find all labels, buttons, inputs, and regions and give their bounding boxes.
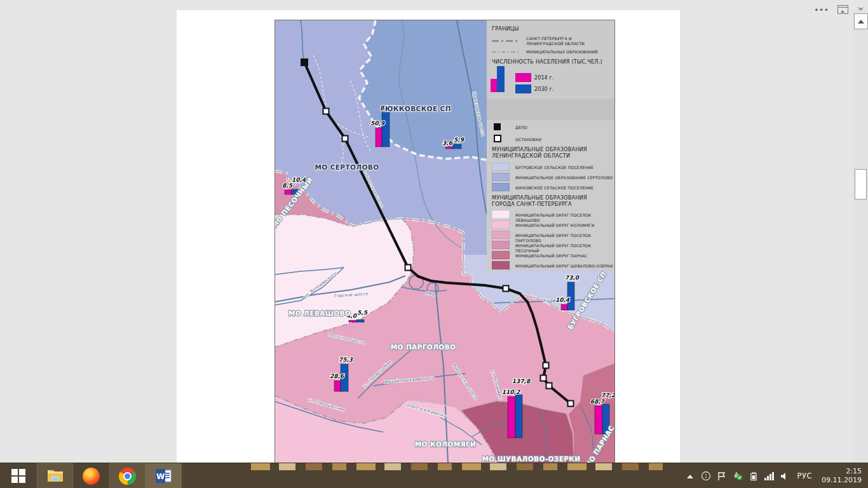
ribbon-display-icon[interactable]	[837, 5, 848, 14]
wallpaper-thumbnails	[251, 463, 670, 470]
scrollbar-up-button[interactable]	[854, 13, 868, 29]
border-style-spb-lo	[492, 40, 519, 42]
legend-item-label: МУНИЦИПАЛЬНЫЙ ОКРУГ ПОСЕЛОК ПЕСОЧНЫЙ	[515, 243, 614, 254]
stop-marker	[342, 136, 348, 142]
taskbar-firefox-button[interactable]	[73, 463, 109, 488]
taskbar-word-button[interactable]: W	[146, 463, 182, 488]
swatch-pargolovo	[492, 231, 510, 239]
stop-marker	[568, 401, 574, 407]
stop-marker	[405, 265, 411, 271]
bar-value-2014: 28,6	[330, 373, 344, 379]
volume-icon[interactable]	[780, 471, 790, 481]
language-indicator[interactable]: РУС	[797, 471, 812, 480]
file-explorer-icon	[46, 468, 64, 484]
start-button[interactable]	[0, 463, 37, 488]
windows-logo-icon	[11, 469, 25, 483]
region-label: МО ШУВАЛОВО-ОЗЕРКИ	[482, 455, 581, 463]
legend-item-label: МУНИЦИПАЛЬНЫХ ОБРАЗОВАНИЙ	[526, 50, 598, 55]
bar-value-2014: 110,2	[502, 389, 520, 395]
system-tray: РУС 2:15 09.11.2019	[685, 463, 865, 488]
word-icon: W	[156, 468, 172, 484]
more-options-icon[interactable]: •••	[814, 6, 829, 14]
desktop: ••• ✕	[0, 0, 868, 488]
stop-marker	[503, 286, 509, 292]
bar-value-2030: 73,0	[565, 274, 580, 281]
clock-date: 09.11.2019	[822, 476, 862, 485]
svg-text:W: W	[156, 472, 164, 481]
region-label: МО ЛЕВАШОВО	[288, 309, 351, 317]
taskbar-clock[interactable]: 2:15 09.11.2019	[822, 467, 862, 485]
swatch-2014	[515, 73, 531, 82]
bar-value-2030: 5,9	[454, 137, 465, 143]
legend-lo-title: МУНИЦИПАЛЬНЫЕ ОБРАЗОВАНИЯ ЛЕНИНГРАДСКОЙ …	[492, 146, 587, 159]
taskbar-chrome-button[interactable]	[109, 463, 146, 488]
legend-item-label: МУНИЦИПАЛЬНЫЙ ОКРУГ ПОСЕЛОК ЛЕВАШОВО	[515, 213, 614, 223]
bar-value-2030: 77,2	[601, 392, 614, 398]
battery-icon[interactable]	[749, 471, 759, 481]
legend-item-label: МУНИЦИПАЛЬНОЕ ОБРАЗОВАНИЕ СЕРТОЛОВО	[515, 175, 613, 180]
show-hidden-icons-button[interactable]	[685, 471, 695, 481]
legend-section-top: ГРАНИЦЫ САНКТ-ПЕТЕРБУРГА И ЛЕНИНГРАДСКОЙ…	[487, 20, 614, 99]
legend-item-label: МУНИЦИПАЛЬНЫЙ ОКРУГ ШУВАЛОВО-ОЗЕРКИ	[515, 264, 613, 269]
legend-section-main: ДЕПО ОСТАНОВКИ МУНИЦИПАЛЬНЫЕ ОБРАЗОВАНИЯ…	[487, 120, 614, 271]
legend-spb-title: МУНИЦИПАЛЬНЫЕ ОБРАЗОВАНИЯ ГОРОДА САНКТ-П…	[492, 194, 587, 208]
region-label: ЮККОВСКОЕ СП	[385, 105, 451, 112]
legend-divider-band	[487, 99, 614, 120]
bar-value-2014: 8,5	[282, 182, 293, 189]
swatch-levashovo	[492, 210, 510, 219]
legend-item-label: МУНИЦИПАЛЬНЫЙ ОКРУГ КОЛОМЯГИ	[515, 223, 594, 228]
swatch-sertolovo	[492, 173, 510, 181]
depot-marker	[301, 58, 308, 66]
swatch-pesochny	[492, 241, 510, 249]
stop-marker	[323, 109, 329, 114]
bar-value-2014: 68,7	[590, 398, 606, 405]
stop-icon	[494, 135, 501, 142]
region-label: МО КОЛОМЯГИ	[415, 440, 477, 448]
border-style-municipal	[492, 51, 519, 53]
legend-item-label: САНКТ-ПЕТЕРБУРГА И ЛЕНИНГРАДСКОЙ ОБЛАСТИ	[526, 36, 585, 46]
stop-marker	[546, 383, 552, 389]
swatch-bugrovskoe	[492, 163, 510, 171]
swatch-parnas	[492, 251, 510, 259]
bar-value-2030: 5,5	[357, 309, 368, 316]
legend-item-label: МУНИЦИПАЛЬНЫЙ ОКРУГ ПАРНАС	[515, 254, 587, 259]
action-center-flag-icon[interactable]	[717, 471, 727, 481]
legend-item-label: ДЕПО	[515, 125, 527, 130]
bar-value-2014: 3,6	[442, 140, 453, 146]
firefox-icon	[83, 468, 100, 485]
people-icon[interactable]	[701, 471, 711, 481]
depot-icon	[494, 123, 501, 130]
stop-marker	[541, 376, 546, 381]
swatch-shuvalovo	[492, 261, 510, 269]
mini-bar-2030	[497, 66, 505, 92]
bar-value-2014: 50,9	[370, 120, 385, 126]
legend-borders-title: ГРАНИЦЫ	[492, 25, 519, 32]
legend-item-label: 2014 г.	[534, 75, 553, 81]
road-label: КАД	[425, 290, 435, 296]
legend-item-label: ЮККОВСКОЕ СЕЛЬСКОЕ ПОСЕЛЕНИЕ	[515, 186, 593, 191]
saf-remove-hardware-icon[interactable]	[733, 471, 743, 481]
scrollbar-track[interactable]	[853, 10, 868, 463]
bar-value-2030: 137,8	[512, 378, 531, 384]
taskbar: W РУС 2:15	[0, 463, 868, 488]
bar-value-2014: 10,4	[555, 297, 570, 303]
map-figure: Приозерское шоссе Выборгское шоссе Горск…	[275, 20, 615, 463]
scrollbar-thumb[interactable]	[855, 169, 867, 200]
mini-bar-2014	[491, 79, 497, 92]
legend-item-label: 2030 г.	[534, 86, 553, 93]
stop-marker	[543, 363, 549, 369]
chrome-icon	[119, 468, 136, 485]
region-label: МО СЕРТОЛОВО	[315, 163, 379, 171]
taskbar-file-explorer-button[interactable]	[37, 463, 73, 488]
network-signal-icon[interactable]	[764, 471, 775, 481]
clock-time: 2:15	[822, 467, 862, 476]
bar-value-2030: 75,3	[339, 356, 353, 363]
legend-population-title: ЧИСЛЕННОСТЬ НАСЕЛЕНИЯ (ТЫС.ЧЕЛ.)	[492, 58, 602, 65]
map-legend: ГРАНИЦЫ САНКТ-ПЕТЕРБУРГА И ЛЕНИНГРАДСКОЙ…	[487, 20, 614, 271]
legend-item-label: МУНИЦИПАЛЬНЫЙ ОКРУГ ПОСЕЛОК ПАРГОЛОВО	[515, 233, 614, 243]
legend-item-label: ОСТАНОВКИ	[515, 137, 541, 142]
legend-item-label: БУГРОВСКОЕ СЕЛЬСКОЕ ПОСЕЛЕНИЕ	[515, 165, 593, 170]
swatch-yukkovskoe	[492, 183, 510, 191]
swatch-kolomyagi	[492, 220, 510, 229]
swatch-2030	[515, 85, 531, 93]
